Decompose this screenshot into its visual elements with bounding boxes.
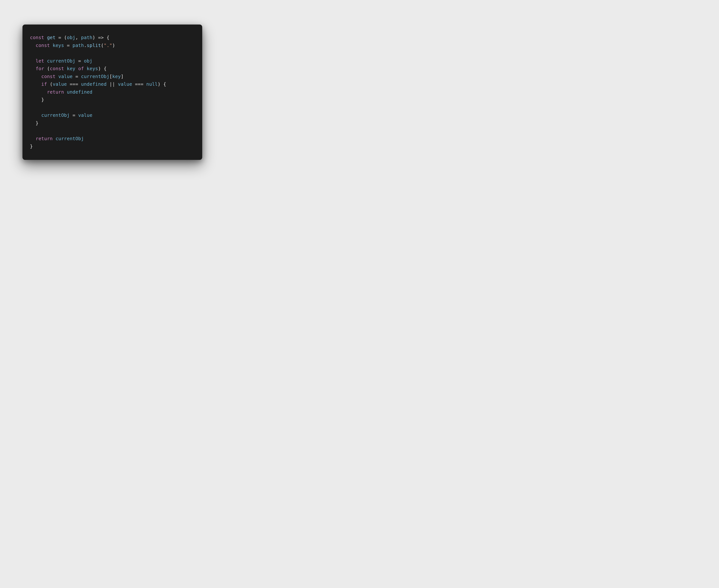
code-token: key (112, 74, 121, 79)
code-token: null (146, 81, 158, 87)
code-token: const (30, 35, 47, 40)
code-token (30, 50, 33, 56)
code-token: obj (67, 35, 75, 40)
code-token (84, 66, 87, 71)
code-token: ] (121, 74, 124, 79)
code-token (30, 136, 36, 141)
code-token: ) (92, 35, 98, 40)
code-token: const (50, 66, 67, 71)
code-token: if (41, 81, 50, 87)
code-token: ) { (98, 66, 106, 71)
code-token: ( (50, 81, 53, 87)
code-token: path (73, 43, 84, 48)
code-token: keys (53, 43, 64, 48)
code-token: = (78, 58, 81, 64)
code-token (78, 74, 81, 79)
code-token: = (75, 74, 78, 79)
code-token: } (30, 144, 33, 149)
code-token: [ (109, 74, 112, 79)
code-token: value (53, 81, 67, 87)
code-token: { (104, 35, 109, 40)
code-token: === (70, 81, 78, 87)
code-token: value (118, 81, 132, 87)
code-token: path (81, 35, 93, 40)
code-token: value (78, 112, 93, 118)
code-token (30, 58, 36, 64)
code-token (30, 112, 41, 118)
code-token: || (109, 81, 115, 87)
code-token: } (30, 120, 38, 126)
code-token: , (75, 35, 81, 40)
code-token (132, 81, 135, 87)
code-token: ( (101, 43, 104, 48)
code-token: undefined (81, 81, 106, 87)
code-token: currentObj (47, 58, 76, 64)
code-token (30, 81, 41, 87)
code-token: ) (112, 43, 115, 48)
code-token: ( (61, 35, 67, 40)
code-token: currentObj (81, 74, 109, 79)
code-token: ( (47, 66, 50, 71)
code-token (64, 43, 67, 48)
code-token: = (67, 43, 70, 48)
code-token: . (84, 43, 87, 48)
code-token: value (58, 74, 73, 79)
code-token (56, 35, 58, 40)
code-block: const get = (obj, path) => { const keys … (30, 34, 195, 150)
code-token: return (47, 89, 67, 95)
code-token: undefined (67, 89, 92, 95)
code-token: get (47, 35, 56, 40)
code-token: key (67, 66, 75, 71)
code-token (75, 66, 78, 71)
code-snippet-card: const get = (obj, path) => { const keys … (22, 24, 202, 160)
code-token (67, 81, 70, 87)
code-token (30, 43, 36, 48)
code-content: const get = (obj, path) => { const keys … (30, 35, 166, 149)
code-token: split (87, 43, 101, 48)
code-token: let (36, 58, 47, 64)
code-token (30, 74, 41, 79)
code-token: currentObj (41, 112, 70, 118)
code-token: keys (87, 66, 98, 71)
code-token: const (36, 43, 53, 48)
code-token (81, 58, 84, 64)
code-token: ) { (158, 81, 166, 87)
code-token (70, 112, 73, 118)
code-token: currentObj (56, 136, 84, 141)
code-token (106, 81, 109, 87)
code-token: const (41, 74, 58, 79)
code-token (75, 112, 78, 118)
code-token (30, 105, 33, 110)
code-token (73, 74, 75, 79)
code-token (30, 128, 33, 133)
code-token (115, 81, 118, 87)
code-token: => (98, 35, 104, 40)
code-token: for (36, 66, 47, 71)
code-token (70, 43, 73, 48)
code-token: return (36, 136, 56, 141)
code-token: = (58, 35, 61, 40)
code-token: "." (104, 43, 112, 48)
code-token: obj (84, 58, 92, 64)
code-token: of (78, 66, 84, 71)
code-token: = (73, 112, 75, 118)
code-token (30, 89, 47, 95)
code-token (78, 81, 81, 87)
code-token (75, 58, 78, 64)
code-token: === (135, 81, 143, 87)
code-token (143, 81, 146, 87)
code-token: } (30, 97, 44, 102)
code-token (30, 66, 36, 71)
